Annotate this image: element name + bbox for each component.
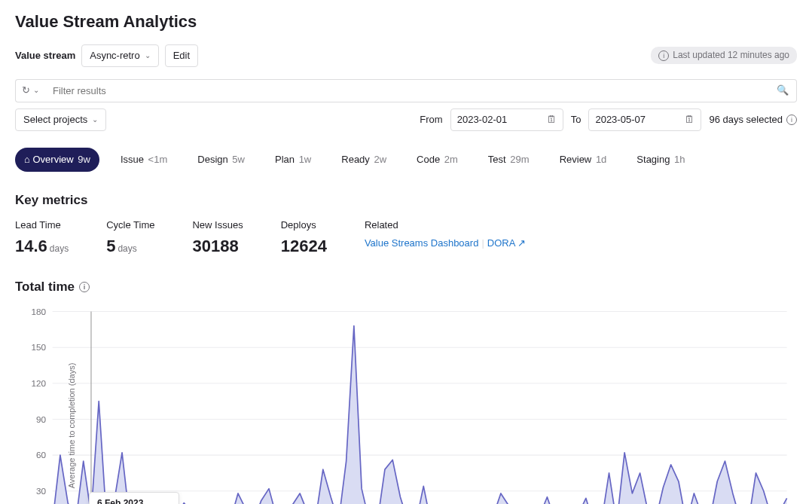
- stage-overview[interactable]: ⌂ Overview 9w: [15, 148, 99, 172]
- svg-text:90: 90: [36, 414, 47, 424]
- to-date-input[interactable]: 2023-05-07 🗓: [588, 108, 701, 131]
- history-icon: ↻: [22, 84, 30, 97]
- stage-nav: ⌂ Overview 9wIssue <1mDesign 5wPlan 1wRe…: [15, 148, 797, 172]
- info-icon: i: [786, 115, 797, 125]
- edit-button[interactable]: Edit: [165, 44, 198, 67]
- stage-review[interactable]: Review 1d: [551, 148, 616, 172]
- from-label: From: [420, 113, 442, 127]
- filter-input[interactable]: [45, 79, 769, 102]
- days-selected-text: 96 days selected i: [709, 113, 797, 127]
- key-metrics-heading: Key metrics: [15, 191, 797, 209]
- recent-searches-button[interactable]: ↻ ⌄: [15, 79, 45, 102]
- to-label: To: [571, 113, 582, 127]
- svg-text:180: 180: [32, 307, 47, 316]
- value-stream-select[interactable]: Async-retro ⌄: [81, 44, 158, 67]
- filter-bar: ↻ ⌄ 🔍: [15, 79, 797, 102]
- stage-staging[interactable]: Staging 1h: [627, 148, 694, 172]
- chevron-down-icon: ⌄: [33, 85, 39, 96]
- chart-tooltip: 6 Feb 2023 Issue 10 days: [89, 492, 179, 504]
- stage-plan[interactable]: Plan 1w: [266, 148, 320, 172]
- stage-code[interactable]: Code 2m: [408, 148, 467, 172]
- from-date-input[interactable]: 2023-02-01 🗓: [450, 108, 563, 131]
- control-row: Value stream Async-retro ⌄ Edit i Last u…: [15, 44, 797, 67]
- sub-filter-row: Select projects ⌄ From 2023-02-01 🗓 To 2…: [15, 108, 797, 131]
- calendar-icon: 🗓: [685, 113, 694, 127]
- stage-test[interactable]: Test 29m: [479, 148, 539, 172]
- value-stream-label: Value stream: [15, 49, 75, 63]
- search-button[interactable]: 🔍: [769, 79, 797, 102]
- chevron-down-icon: ⌄: [92, 115, 98, 125]
- page-title: Value Stream Analytics: [15, 11, 797, 34]
- y-axis-label: Average time to completion (days): [66, 363, 78, 489]
- clock-icon: i: [658, 50, 669, 61]
- stage-issue[interactable]: Issue <1m: [111, 148, 176, 172]
- key-metrics-row: Lead Time14.6daysCycle Time5daysNew Issu…: [15, 218, 797, 258]
- svg-text:30: 30: [36, 486, 47, 496]
- metric-cycle-time: Cycle Time5days: [106, 218, 154, 258]
- link-dora[interactable]: DORA ↗: [487, 237, 526, 249]
- total-time-chart: Average time to completion (days) 030609…: [15, 305, 797, 504]
- svg-text:150: 150: [32, 342, 47, 352]
- house-icon: ⌂: [24, 154, 32, 165]
- svg-text:120: 120: [32, 378, 47, 388]
- tooltip-date: 6 Feb 2023: [97, 497, 171, 504]
- metric-deploys: Deploys12624: [281, 218, 327, 258]
- calendar-icon: 🗓: [547, 113, 557, 127]
- search-icon: 🔍: [777, 84, 789, 97]
- stage-ready[interactable]: Ready 2w: [332, 148, 395, 172]
- total-time-heading: Total time i: [15, 278, 797, 296]
- chart-svg[interactable]: 03060901201501801 Feb8 Feb15 Feb22 Feb1 …: [15, 305, 797, 504]
- metric-lead-time: Lead Time14.6days: [15, 218, 69, 258]
- last-updated-badge: i Last updated 12 minutes ago: [651, 47, 797, 64]
- link-value-streams-dashboard[interactable]: Value Streams Dashboard: [365, 237, 479, 249]
- related-links: RelatedValue Streams Dashboard|DORA ↗: [365, 218, 526, 250]
- stage-design[interactable]: Design 5w: [188, 148, 254, 172]
- select-projects-button[interactable]: Select projects ⌄: [15, 108, 106, 131]
- svg-text:60: 60: [36, 450, 47, 460]
- info-icon: i: [79, 282, 90, 292]
- metric-new-issues: New Issues30188: [192, 218, 243, 258]
- chevron-down-icon: ⌄: [145, 50, 151, 61]
